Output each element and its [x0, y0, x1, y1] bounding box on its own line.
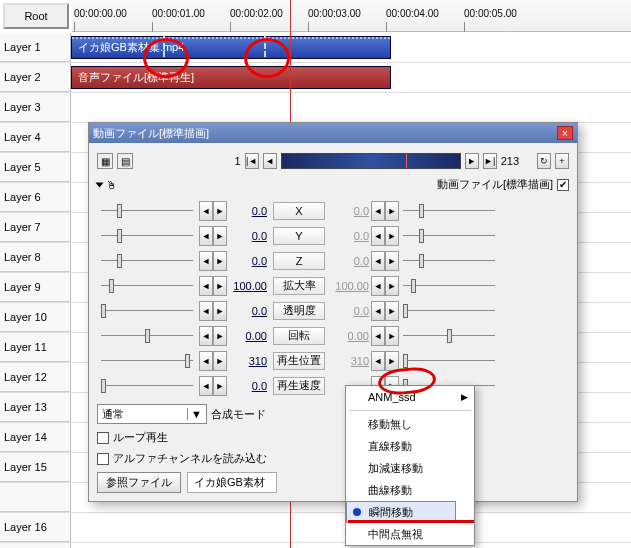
- video-clip[interactable]: イカ娘GB素材集.mp4: [71, 36, 391, 59]
- param-value-left[interactable]: 310: [227, 355, 269, 367]
- spin-down-icon[interactable]: ◄: [371, 226, 385, 246]
- param-slider-right[interactable]: [399, 300, 499, 322]
- spin-down-icon[interactable]: ◄: [199, 201, 213, 221]
- spin-up-icon[interactable]: ►: [213, 201, 227, 221]
- layer-label[interactable]: [0, 483, 71, 512]
- spin-up-icon[interactable]: ►: [213, 251, 227, 271]
- param-slider-right[interactable]: [399, 225, 499, 247]
- spin-up-icon[interactable]: ►: [213, 351, 227, 371]
- seek-last-icon[interactable]: ►|: [483, 153, 497, 169]
- frame-scrubber[interactable]: [281, 153, 461, 169]
- param-value-right[interactable]: 0.00: [329, 330, 371, 342]
- layer-track[interactable]: 音声ファイル[標準再生]: [71, 63, 631, 92]
- param-name-button[interactable]: Y: [273, 227, 325, 245]
- root-button[interactable]: Root: [3, 3, 69, 29]
- param-slider-left[interactable]: [97, 225, 197, 247]
- layer-label[interactable]: Layer 10: [0, 303, 71, 332]
- param-name-button[interactable]: 透明度: [273, 302, 325, 320]
- menu-item[interactable]: ANM_ssd▶: [346, 386, 474, 408]
- param-name-button[interactable]: X: [273, 202, 325, 220]
- type-checkbox[interactable]: ✔: [557, 179, 569, 191]
- layer-label[interactable]: Layer 2: [0, 63, 71, 92]
- spin-down-icon[interactable]: ◄: [199, 376, 213, 396]
- param-name-button[interactable]: 回転: [273, 327, 325, 345]
- keyframe-marker[interactable]: [264, 35, 266, 57]
- param-name-button[interactable]: Z: [273, 252, 325, 270]
- menu-item[interactable]: 加減速移動: [346, 457, 474, 479]
- spin-up-icon[interactable]: ►: [385, 276, 399, 296]
- layer-label[interactable]: Layer 14: [0, 423, 71, 452]
- menu-item[interactable]: 直線移動: [346, 435, 474, 457]
- layer-label[interactable]: Layer 13: [0, 393, 71, 422]
- spin-up-icon[interactable]: ►: [213, 376, 227, 396]
- param-slider-left[interactable]: [97, 325, 197, 347]
- param-name-button[interactable]: 拡大率: [273, 277, 325, 295]
- seek-first-icon[interactable]: |◄: [245, 153, 259, 169]
- param-value-right[interactable]: 0.0: [329, 305, 371, 317]
- loop-checkbox[interactable]: [97, 432, 109, 444]
- spin-up-icon[interactable]: ►: [213, 301, 227, 321]
- spin-down-icon[interactable]: ◄: [199, 226, 213, 246]
- add-icon[interactable]: +: [555, 153, 569, 169]
- dialog-titlebar[interactable]: 動画ファイル[標準描画] ×: [89, 123, 577, 143]
- param-value-left[interactable]: 0.0: [227, 380, 269, 392]
- param-value-right[interactable]: 0.0: [329, 255, 371, 267]
- keyframe-marker[interactable]: [163, 35, 165, 57]
- spin-up-icon[interactable]: ►: [213, 276, 227, 296]
- param-slider-left[interactable]: [97, 275, 197, 297]
- param-value-right[interactable]: 310: [329, 355, 371, 367]
- spin-down-icon[interactable]: ◄: [199, 326, 213, 346]
- param-slider-left[interactable]: [97, 250, 197, 272]
- param-slider-right[interactable]: [399, 200, 499, 222]
- spin-down-icon[interactable]: ◄: [371, 276, 385, 296]
- param-slider-left[interactable]: [97, 350, 197, 372]
- spin-down-icon[interactable]: ◄: [371, 201, 385, 221]
- layer-label[interactable]: Layer 12: [0, 363, 71, 392]
- layer-label[interactable]: Layer 5: [0, 153, 71, 182]
- param-name-button[interactable]: 再生速度: [273, 377, 325, 395]
- spin-up-icon[interactable]: ►: [385, 326, 399, 346]
- layer-label[interactable]: Layer 9: [0, 273, 71, 302]
- spin-up-icon[interactable]: ►: [385, 301, 399, 321]
- spin-down-icon[interactable]: ◄: [371, 326, 385, 346]
- layer-label[interactable]: Layer 7: [0, 213, 71, 242]
- spin-down-icon[interactable]: ◄: [371, 301, 385, 321]
- menu-item[interactable]: 瞬間移動: [346, 501, 456, 523]
- spin-down-icon[interactable]: ◄: [371, 351, 385, 371]
- spin-up-icon[interactable]: ►: [385, 351, 399, 371]
- reference-file-button[interactable]: 参照ファイル: [97, 472, 181, 493]
- param-name-button[interactable]: 再生位置: [273, 352, 325, 370]
- spin-down-icon[interactable]: ◄: [199, 276, 213, 296]
- spin-up-icon[interactable]: ►: [385, 251, 399, 271]
- layer-track[interactable]: イカ娘GB素材集.mp4: [71, 33, 631, 62]
- layer-label[interactable]: Layer 16: [0, 513, 71, 542]
- layer-label[interactable]: Layer 1: [0, 33, 71, 62]
- refresh-icon[interactable]: ↻: [537, 153, 551, 169]
- param-value-left[interactable]: 0.00: [227, 330, 269, 342]
- audio-clip[interactable]: 音声ファイル[標準再生]: [71, 66, 391, 89]
- layer-label[interactable]: Layer 8: [0, 243, 71, 272]
- spin-down-icon[interactable]: ◄: [199, 251, 213, 271]
- spin-down-icon[interactable]: ◄: [199, 351, 213, 371]
- param-slider-right[interactable]: [399, 350, 499, 372]
- layer-label[interactable]: Layer 4: [0, 123, 71, 152]
- param-value-left[interactable]: 100.00: [227, 280, 269, 292]
- param-value-left[interactable]: 0.0: [227, 305, 269, 317]
- spin-down-icon[interactable]: ◄: [371, 251, 385, 271]
- param-value-left[interactable]: 0.0: [227, 255, 269, 267]
- param-slider-right[interactable]: [399, 325, 499, 347]
- layer-label[interactable]: Layer 3: [0, 93, 71, 122]
- param-value-right[interactable]: 0.0: [329, 205, 371, 217]
- menu-item[interactable]: 曲線移動: [346, 479, 474, 501]
- param-slider-left[interactable]: [97, 375, 197, 397]
- layer-label[interactable]: Layer 11: [0, 333, 71, 362]
- spin-up-icon[interactable]: ►: [213, 326, 227, 346]
- layer-label[interactable]: Layer 15: [0, 453, 71, 482]
- param-slider-right[interactable]: [399, 275, 499, 297]
- menu-item[interactable]: 移動無し: [346, 413, 474, 435]
- param-value-right[interactable]: 0.0: [329, 230, 371, 242]
- spin-up-icon[interactable]: ►: [385, 226, 399, 246]
- layer-label[interactable]: [0, 543, 71, 548]
- spin-up-icon[interactable]: ►: [213, 226, 227, 246]
- param-value-left[interactable]: 0.0: [227, 205, 269, 217]
